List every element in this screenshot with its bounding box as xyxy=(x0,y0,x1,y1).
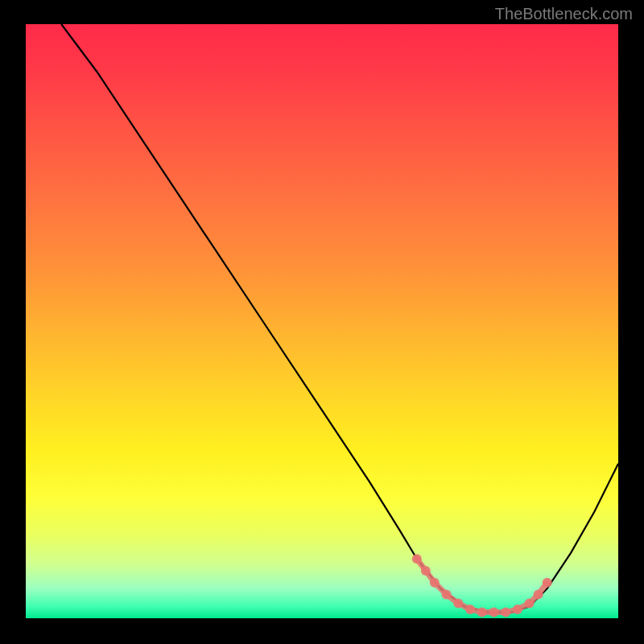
highlight-dots xyxy=(412,554,552,617)
chart-svg xyxy=(26,24,618,618)
highlight-segment xyxy=(417,559,547,612)
plot-area xyxy=(26,24,618,618)
main-curve-line xyxy=(61,24,618,613)
watermark-text: TheBottleneck.com xyxy=(495,5,633,23)
